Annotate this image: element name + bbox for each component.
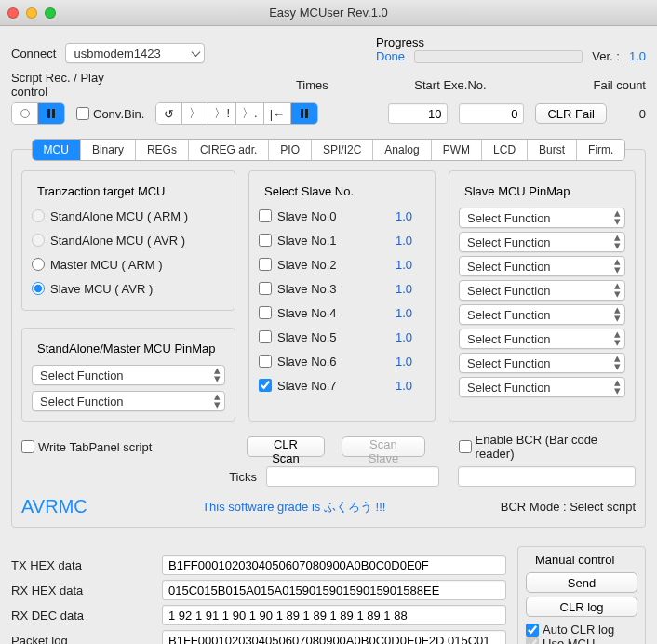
slave-checkbox-2[interactable]	[259, 258, 272, 271]
tx-hex-label: TX HEX data	[11, 558, 151, 572]
sa-pinmap-select-1[interactable]: Select Function	[32, 365, 225, 385]
auto-clr-log-checkbox[interactable]	[526, 624, 539, 637]
slave-value-3: 1.0	[396, 282, 425, 296]
slave-checkbox-4[interactable]	[259, 306, 272, 319]
slave-value-4: 1.0	[396, 306, 425, 320]
loop-button[interactable]: ↺	[156, 103, 182, 124]
play-seg[interactable]: ↺ 〉 〉! 〉. |←	[155, 102, 318, 125]
tab-mcu[interactable]: MCU	[33, 140, 81, 160]
record-button[interactable]	[12, 103, 38, 124]
slave-checkbox-1[interactable]	[259, 234, 272, 247]
target-radio-1	[32, 234, 45, 247]
scan-slave-button[interactable]: Scan Slave	[342, 436, 425, 457]
tab-pwm[interactable]: PWM	[432, 140, 482, 160]
fail-count-label: Fail count	[568, 78, 646, 92]
packet-log-label: Packet log	[11, 634, 151, 645]
clr-scan-button[interactable]: CLR Scan	[247, 436, 325, 457]
slave-value-6: 1.0	[396, 355, 425, 369]
window-title: Easy MCUser Rev.1.0	[0, 6, 657, 20]
convbin-checkbox[interactable]	[76, 107, 89, 120]
close-window-button[interactable]	[7, 7, 19, 19]
slave-pinmap-select-5[interactable]: Select Function	[459, 329, 625, 349]
slave-checkbox-5[interactable]	[259, 330, 272, 343]
back-button[interactable]: |←	[264, 103, 291, 124]
slave-checkbox-0[interactable]	[259, 209, 272, 222]
rx-hex-label: RX HEX data	[11, 584, 151, 597]
auto-clr-log-label: Auto CLR log	[543, 623, 614, 637]
tab-spi-i2c[interactable]: SPI/I2C	[312, 140, 373, 160]
enable-bcr-checkbox[interactable]	[459, 440, 472, 453]
slave-pinmap-select-4[interactable]: Select Function	[459, 304, 625, 325]
manual-control-title: Manual control	[531, 553, 618, 567]
start-exe-input[interactable]	[459, 103, 524, 124]
sa-pinmap-select-2[interactable]: Select Function	[32, 391, 225, 411]
port-select[interactable]: usbmodem1423	[65, 43, 205, 63]
slave-pinmap-select-2[interactable]: Select Function	[459, 256, 625, 276]
slave-label-3: Slave No.3	[277, 282, 390, 296]
mcu-type-label: AVRMC	[21, 496, 87, 517]
bcr-input[interactable]	[458, 466, 636, 487]
slave-checkbox-6[interactable]	[259, 355, 272, 368]
slave-value-1: 1.0	[396, 234, 425, 248]
slave-pinmap-select-7[interactable]: Select Function	[459, 377, 625, 397]
tab-regs[interactable]: REGs	[136, 140, 189, 160]
bcr-mode-label: BCR Mode : Select script	[501, 500, 636, 514]
stepin-button[interactable]: 〉.	[236, 103, 264, 124]
play-pause-button[interactable]	[291, 103, 317, 124]
clr-log-button[interactable]: CLR log	[526, 597, 637, 617]
target-radio-3[interactable]	[32, 282, 45, 295]
progress-bar	[414, 50, 583, 63]
slave-label-2: Slave No.2	[277, 258, 390, 272]
progress-status: Done	[376, 49, 405, 63]
ticks-label: Ticks	[229, 470, 257, 484]
fail-count-value: 0	[618, 107, 646, 121]
use-mcu-label: Use MCU	[543, 637, 595, 644]
tab-cireg-adr-[interactable]: CIREG adr.	[189, 140, 269, 160]
step-button[interactable]: 〉	[182, 103, 208, 124]
slave-value-5: 1.0	[396, 330, 425, 344]
slave-label-0: Slave No.0	[277, 209, 390, 223]
slave-pinmap-select-1[interactable]: Select Function	[459, 232, 625, 252]
sa-pinmap-title: StandAlone/Master MCU PinMap	[34, 342, 219, 356]
tab-firm-[interactable]: Firm.	[577, 140, 624, 160]
slave-label-5: Slave No.5	[277, 330, 390, 344]
write-tabpanel-checkbox[interactable]	[21, 440, 34, 453]
use-mcu-checkbox	[526, 637, 539, 645]
tab-burst[interactable]: Burst	[528, 140, 577, 160]
slave-pinmap-select-0[interactable]: Select Function	[459, 208, 625, 228]
tab-pio[interactable]: PIO	[269, 140, 312, 160]
rx-hex-input[interactable]	[162, 580, 506, 600]
zoom-window-button[interactable]	[45, 7, 56, 19]
packet-log-input[interactable]	[162, 630, 506, 644]
tab-lcd[interactable]: LCD	[482, 140, 528, 160]
target-radio-2[interactable]	[32, 258, 45, 271]
slave-pinmap-select-6[interactable]: Select Function	[459, 353, 625, 373]
slave-pinmap-select-3[interactable]: Select Function	[459, 280, 625, 301]
start-exe-label: Start Exe.No.	[414, 78, 492, 92]
slave-checkbox-7[interactable]	[259, 379, 272, 392]
rx-dec-label: RX DEC data	[11, 609, 151, 623]
slave-label-6: Slave No.6	[277, 355, 390, 369]
slave-checkbox-3[interactable]	[259, 282, 272, 295]
target-radio-label-1: StandAlone MCU ( AVR )	[50, 234, 185, 248]
ticks-input[interactable]	[266, 466, 439, 487]
connect-label: Connect	[11, 47, 56, 60]
stepover-button[interactable]: 〉!	[208, 103, 236, 124]
rec-seg[interactable]	[11, 102, 65, 125]
minimize-window-button[interactable]	[26, 7, 37, 19]
times-input[interactable]	[388, 103, 448, 124]
slave-value-7: 1.0	[396, 379, 425, 393]
send-button[interactable]: Send	[526, 572, 637, 593]
slave-pinmap-title: Slave MCU PinMap	[461, 184, 573, 198]
rx-dec-input[interactable]	[162, 605, 506, 625]
tab-analog[interactable]: Analog	[373, 140, 431, 160]
tx-hex-input[interactable]	[162, 555, 506, 575]
rec-pause-button[interactable]	[38, 103, 64, 124]
slave-value-0: 1.0	[396, 209, 425, 223]
target-radio-label-3: Slave MCU ( AVR )	[50, 282, 153, 296]
tab-binary[interactable]: Binary	[81, 140, 136, 160]
script-section-label: Script Rec. / Play control	[11, 71, 135, 99]
progress-label: Progress	[376, 35, 646, 49]
clr-fail-button[interactable]: CLR Fail	[535, 103, 607, 124]
target-mcu-title: Tranzaction target MCU	[34, 184, 169, 198]
